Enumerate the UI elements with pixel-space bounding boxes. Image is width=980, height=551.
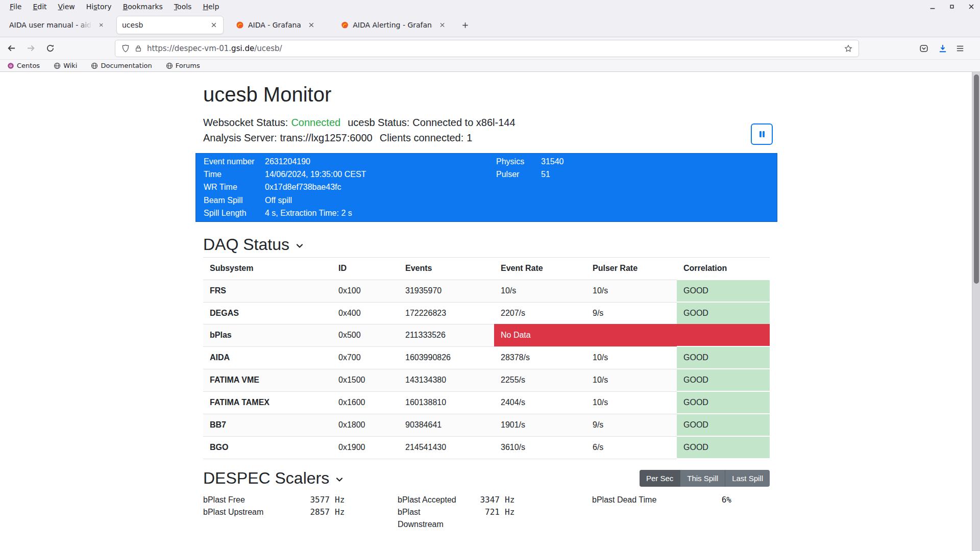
scaler-row: bPlast Dead Time 6% <box>592 494 770 506</box>
tab-bar: AIDA user manual - aida_man ucesb AIDA -… <box>0 13 980 37</box>
last-spill-button[interactable]: Last Spill <box>725 470 770 487</box>
correlation-status: GOOD <box>677 436 770 459</box>
event-row-value: Off spill <box>265 194 292 207</box>
globe-icon <box>166 62 173 69</box>
window-close-button[interactable] <box>968 3 975 10</box>
bookmark-centos[interactable]: Centos <box>7 62 40 69</box>
event-row: Time14/06/2024, 19:35:00 CEST <box>196 168 777 181</box>
per-sec-button[interactable]: Per Sec <box>640 470 680 487</box>
scaler-range-button-group: Per Sec This Spill Last Spill <box>640 470 770 487</box>
cell-id: 0x700 <box>332 346 399 369</box>
pause-icon <box>757 130 767 139</box>
tab-ucesb[interactable]: ucesb <box>116 16 224 34</box>
tab-close-icon[interactable] <box>98 21 104 29</box>
menu-item-help[interactable]: Help <box>197 0 225 13</box>
chevron-down-icon[interactable] <box>334 474 345 485</box>
scalers-heading-text: DESPEC Scalers <box>203 468 329 488</box>
scaler-label: bPlast Upstream <box>203 506 290 518</box>
back-button[interactable] <box>7 44 16 53</box>
menu-button[interactable] <box>955 44 965 53</box>
cell-events: 90384641 <box>399 414 494 436</box>
tab-aida-grafana[interactable]: AIDA - Grafana <box>231 16 329 34</box>
counter-row: Pulser51 <box>496 168 564 181</box>
pause-button[interactable] <box>751 123 773 145</box>
clients-connected-label: Clients connected: <box>380 132 464 143</box>
correlation-status: GOOD <box>677 280 770 302</box>
cell-subsystem: FATIMA VME <box>203 369 332 391</box>
scaler-label: bPlast Free <box>203 494 290 506</box>
cell-id: 0x1900 <box>332 436 399 459</box>
ucesb-status-value: Connected to x86l-144 <box>412 117 515 128</box>
cell-event-rate: 3610/s <box>494 436 586 459</box>
bookmark-star-icon[interactable] <box>844 44 852 53</box>
scaler-unit: Hz <box>335 494 345 506</box>
centos-icon <box>7 62 14 69</box>
menu-item-bookmarks[interactable]: Bookmarks <box>117 0 168 13</box>
menu-item-view[interactable]: View <box>53 0 81 13</box>
menu-item-history[interactable]: History <box>81 0 117 13</box>
window-titlebar: File Edit View History Bookmarks Tools H… <box>0 0 980 13</box>
scaler-value: 2857 <box>290 506 330 518</box>
chevron-down-icon[interactable] <box>295 241 305 251</box>
event-row: Event number2631204190 <box>196 155 777 168</box>
pocket-button[interactable] <box>919 44 928 53</box>
tab-close-icon[interactable] <box>438 21 446 29</box>
url-input[interactable]: https://despec-vm-01.gsi.de/ucesb/ <box>115 40 859 57</box>
tab-aida-manual[interactable]: AIDA user manual - aida_man <box>4 16 109 34</box>
scaler-row: bPlast Accepted 3347 Hz <box>398 494 592 506</box>
page-title: ucesb Monitor <box>203 82 770 107</box>
daq-table: Subsystem ID Events Event Rate Pulser Ra… <box>203 257 770 459</box>
table-row: FRS 0x100 31935970 10/s 10/s GOOD <box>203 280 770 302</box>
bookmark-documentation[interactable]: Documentation <box>91 62 152 69</box>
menu-bar: File Edit View History Bookmarks Tools H… <box>0 0 225 13</box>
column-header: Events <box>399 258 494 280</box>
table-row: BGO 0x1900 214541430 3610/s 6/s GOOD <box>203 436 770 459</box>
lock-icon[interactable] <box>134 44 142 53</box>
grafana-icon <box>341 21 349 29</box>
correlation-status: GOOD <box>677 414 770 436</box>
event-row: WR Time0x17d8ef738bae43fc <box>196 181 777 193</box>
forward-button[interactable] <box>27 44 35 53</box>
cell-subsystem: BB7 <box>203 414 332 436</box>
reload-button[interactable] <box>46 44 55 53</box>
table-header-row: Subsystem ID Events Event Rate Pulser Ra… <box>203 258 770 280</box>
counter-value: 31540 <box>541 155 564 168</box>
analysis-server-label: Analysis Server: <box>203 132 277 143</box>
downloads-button[interactable] <box>938 44 947 53</box>
cell-pulser-rate: 6/s <box>586 436 677 459</box>
scaler-label: bPlast Accepted <box>398 494 460 506</box>
shield-icon[interactable] <box>121 44 130 53</box>
bookmark-label: Forums <box>176 62 200 69</box>
counter-label: Pulser <box>496 168 541 181</box>
window-maximize-button[interactable] <box>948 3 955 10</box>
event-row-value: 4 s, Extraction Time: 2 s <box>265 207 352 219</box>
cell-events: 143134380 <box>399 369 494 391</box>
cell-pulser-rate: 10/s <box>586 346 677 369</box>
bookmark-wiki[interactable]: Wiki <box>54 62 77 69</box>
scaler-row: bPlast Upstream 2857 Hz <box>203 506 398 518</box>
tab-close-icon[interactable] <box>210 21 218 29</box>
scrollbar-thumb[interactable] <box>974 74 979 284</box>
bookmark-forums[interactable]: Forums <box>166 62 200 69</box>
new-tab-button[interactable] <box>458 18 472 32</box>
navigation-toolbar: https://despec-vm-01.gsi.de/ucesb/ <box>0 37 980 59</box>
menu-item-file[interactable]: File <box>4 0 27 13</box>
event-row-label: Time <box>204 168 265 181</box>
tab-aida-alerting[interactable]: AIDA Alerting - Grafana <box>336 16 451 34</box>
correlation-status: GOOD <box>677 369 770 391</box>
event-row: Beam SpillOff spill <box>196 194 777 207</box>
column-header: Subsystem <box>203 258 332 280</box>
menu-item-edit[interactable]: Edit <box>27 0 52 13</box>
menu-item-tools[interactable]: Tools <box>168 0 198 13</box>
cell-event-rate: 28378/s <box>494 346 586 369</box>
bookmark-label: Centos <box>17 62 40 69</box>
table-row: AIDA 0x700 1603990826 28378/s 10/s GOOD <box>203 346 770 369</box>
cell-id: 0x400 <box>332 302 399 324</box>
window-minimize-button[interactable] <box>929 3 936 10</box>
correlation-status: GOOD <box>677 346 770 369</box>
this-spill-button[interactable]: This Spill <box>680 470 725 487</box>
scrollbar[interactable] <box>972 72 980 551</box>
tab-close-icon[interactable] <box>307 21 315 29</box>
cell-id: 0x1500 <box>332 369 399 391</box>
scaler-value: 6% <box>692 494 731 506</box>
